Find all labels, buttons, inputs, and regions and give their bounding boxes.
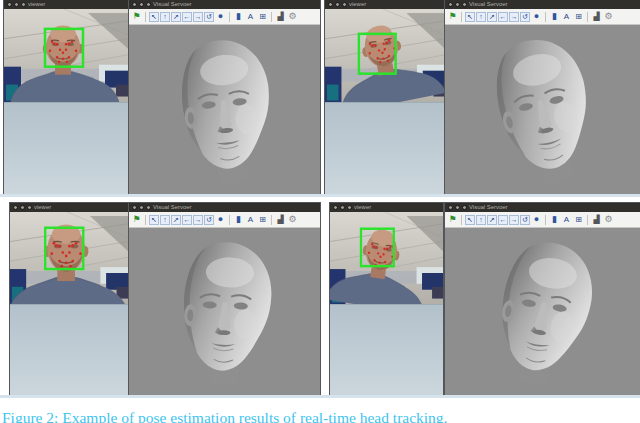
window-minimize-button[interactable] [455,2,460,7]
view-top-icon[interactable]: ↑ [476,215,486,225]
toolbar-separator [145,12,146,22]
window-close-button[interactable] [132,205,137,210]
camera-window: viewer [4,0,128,196]
text-overlay-icon[interactable]: A [245,214,256,225]
toolbar-separator [229,215,230,225]
settings-icon[interactable]: ⚙ [603,11,614,22]
visualizer-titlebar: Visual Servoer [445,0,640,9]
render-solid-icon[interactable]: ▮ [233,214,244,225]
visualizer-toolbar: ⚑ ↖ ↑ ↗ ← → ↺ ● ▮ A ⊞ ▟ ⚙ [445,212,640,228]
view-top-icon[interactable]: ↑ [160,12,170,22]
grid-icon[interactable]: ⊞ [573,214,584,225]
sphere-icon[interactable]: ● [531,11,542,22]
view-iso-icon[interactable]: ↖ [465,12,475,22]
head-model-render [129,25,320,196]
window-maximize-button[interactable] [342,2,347,7]
view-reset-icon[interactable]: ↺ [520,12,530,22]
histogram-icon[interactable]: ▟ [591,11,602,22]
view-iso-icon[interactable]: ↖ [149,215,159,225]
camera-titlebar: viewer [10,203,128,212]
camera-window-title: viewer [349,2,366,8]
camera-window-title: viewer [354,205,371,211]
run-icon[interactable]: ⚑ [447,214,458,225]
window-maximize-button[interactable] [146,2,151,7]
grid-icon[interactable]: ⊞ [257,11,268,22]
view-front-icon[interactable]: ↗ [171,215,181,225]
visualizer-window: Visual Servoer ⚑ ↖ ↑ ↗ ← → ↺ ● ▮ A ⊞ ▟ ⚙ [129,203,320,397]
view-left-icon[interactable]: ← [498,215,508,225]
model-viewport[interactable] [129,228,320,397]
view-iso-icon[interactable]: ↖ [149,12,159,22]
settings-icon[interactable]: ⚙ [287,214,298,225]
model-viewport[interactable] [129,25,320,196]
view-top-icon[interactable]: ↑ [476,12,486,22]
window-close-button[interactable] [448,2,453,7]
histogram-icon[interactable]: ▟ [591,214,602,225]
model-viewport[interactable] [445,228,640,397]
histogram-icon[interactable]: ▟ [275,214,286,225]
camera-frame [330,212,443,397]
view-reset-icon[interactable]: ↺ [204,12,214,22]
visualizer-window-title: Visual Servoer [469,2,508,8]
window-maximize-button[interactable] [462,2,467,7]
sphere-icon[interactable]: ● [531,214,542,225]
window-maximize-button[interactable] [462,205,467,210]
visualizer-window-title: Visual Servoer [469,205,508,211]
camera-titlebar: viewer [330,203,443,212]
window-close-button[interactable] [333,205,338,210]
model-viewport[interactable] [445,25,640,196]
camera-video [4,9,128,196]
window-minimize-button[interactable] [139,205,144,210]
view-left-icon[interactable]: ← [182,12,192,22]
visualizer-window-title: Visual Servoer [153,2,192,8]
run-icon[interactable]: ⚑ [131,11,142,22]
render-solid-icon[interactable]: ▮ [233,11,244,22]
window-close-button[interactable] [448,205,453,210]
render-solid-icon[interactable]: ▮ [549,11,560,22]
window-minimize-button[interactable] [340,205,345,210]
view-reset-icon[interactable]: ↺ [204,215,214,225]
run-icon[interactable]: ⚑ [447,11,458,22]
text-overlay-icon[interactable]: A [245,11,256,22]
view-front-icon[interactable]: ↗ [487,215,497,225]
window-minimize-button[interactable] [20,205,25,210]
settings-icon[interactable]: ⚙ [603,214,614,225]
grid-icon[interactable]: ⊞ [257,214,268,225]
view-front-icon[interactable]: ↗ [171,12,181,22]
view-right-icon[interactable]: → [193,215,203,225]
window-close-button[interactable] [132,2,137,7]
text-overlay-icon[interactable]: A [561,214,572,225]
view-left-icon[interactable]: ← [498,12,508,22]
sphere-icon[interactable]: ● [215,214,226,225]
window-close-button[interactable] [13,205,18,210]
window-minimize-button[interactable] [139,2,144,7]
window-minimize-button[interactable] [455,205,460,210]
grid-icon[interactable]: ⊞ [573,11,584,22]
window-maximize-button[interactable] [27,205,32,210]
view-reset-icon[interactable]: ↺ [520,215,530,225]
render-solid-icon[interactable]: ▮ [549,214,560,225]
sphere-icon[interactable]: ● [215,11,226,22]
view-left-icon[interactable]: ← [182,215,192,225]
window-maximize-button[interactable] [21,2,26,7]
camera-frame [10,212,128,397]
histogram-icon[interactable]: ▟ [275,11,286,22]
window-minimize-button[interactable] [335,2,340,7]
window-close-button[interactable] [328,2,333,7]
window-minimize-button[interactable] [14,2,19,7]
window-maximize-button[interactable] [146,205,151,210]
view-front-icon[interactable]: ↗ [487,12,497,22]
camera-window-title: viewer [28,2,45,8]
text-overlay-icon[interactable]: A [561,11,572,22]
window-close-button[interactable] [7,2,12,7]
camera-titlebar: viewer [325,0,445,9]
view-iso-icon[interactable]: ↖ [465,215,475,225]
view-right-icon[interactable]: → [193,12,203,22]
view-right-icon[interactable]: → [509,215,519,225]
window-maximize-button[interactable] [347,205,352,210]
settings-icon[interactable]: ⚙ [287,11,298,22]
run-icon[interactable]: ⚑ [131,214,142,225]
camera-titlebar: viewer [4,0,128,9]
view-top-icon[interactable]: ↑ [160,215,170,225]
view-right-icon[interactable]: → [509,12,519,22]
